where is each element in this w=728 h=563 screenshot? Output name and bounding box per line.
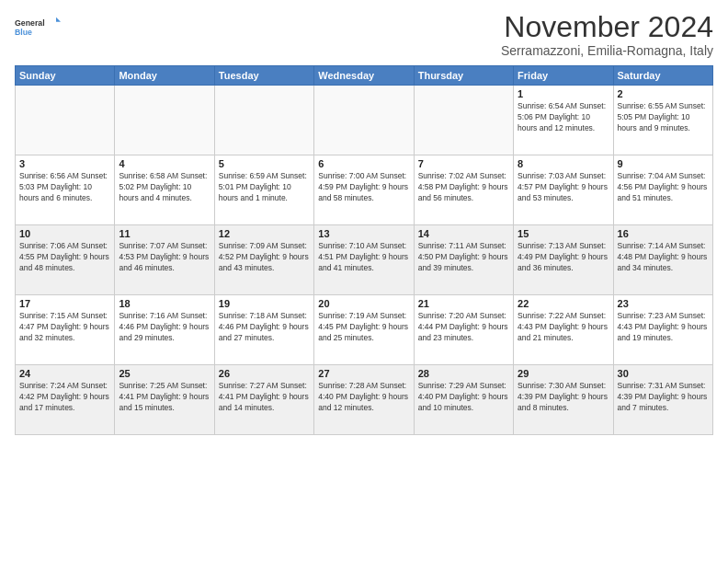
calendar-cell — [16, 86, 115, 155]
calendar-cell — [214, 86, 313, 155]
day-info: Sunrise: 7:04 AM Sunset: 4:56 PM Dayligh… — [618, 171, 709, 204]
day-info: Sunrise: 7:14 AM Sunset: 4:48 PM Dayligh… — [618, 241, 709, 274]
calendar-cell: 27Sunrise: 7:28 AM Sunset: 4:40 PM Dayli… — [314, 365, 414, 435]
day-info: Sunrise: 7:11 AM Sunset: 4:50 PM Dayligh… — [418, 241, 509, 274]
day-info: Sunrise: 7:09 AM Sunset: 4:52 PM Dayligh… — [219, 241, 310, 274]
day-number: 20 — [318, 298, 409, 309]
day-number: 12 — [219, 228, 310, 239]
day-info: Sunrise: 7:25 AM Sunset: 4:41 PM Dayligh… — [119, 381, 210, 414]
day-number: 18 — [119, 298, 210, 309]
calendar-cell: 2Sunrise: 6:55 AM Sunset: 5:05 PM Daylig… — [613, 86, 712, 155]
calendar-cell: 7Sunrise: 7:02 AM Sunset: 4:58 PM Daylig… — [414, 155, 513, 225]
day-number: 27 — [318, 368, 409, 379]
day-info: Sunrise: 7:02 AM Sunset: 4:58 PM Dayligh… — [418, 171, 509, 204]
svg-marker-2 — [56, 17, 61, 22]
day-number: 16 — [618, 228, 709, 239]
day-number: 8 — [518, 158, 609, 169]
day-header-friday: Friday — [514, 66, 613, 86]
day-info: Sunrise: 7:30 AM Sunset: 4:39 PM Dayligh… — [518, 381, 609, 414]
day-info: Sunrise: 6:55 AM Sunset: 5:05 PM Dayligh… — [618, 101, 709, 134]
day-info: Sunrise: 7:16 AM Sunset: 4:46 PM Dayligh… — [119, 311, 210, 344]
day-number: 19 — [219, 298, 310, 309]
day-number: 11 — [119, 228, 210, 239]
calendar-cell: 26Sunrise: 7:27 AM Sunset: 4:41 PM Dayli… — [214, 365, 313, 435]
calendar-cell — [314, 86, 414, 155]
day-number: 24 — [19, 368, 110, 379]
day-info: Sunrise: 7:20 AM Sunset: 4:44 PM Dayligh… — [418, 311, 509, 344]
day-number: 26 — [219, 368, 310, 379]
calendar-cell: 9Sunrise: 7:04 AM Sunset: 4:56 PM Daylig… — [613, 155, 712, 225]
calendar-cell: 3Sunrise: 6:56 AM Sunset: 5:03 PM Daylig… — [16, 155, 115, 225]
calendar-cell: 15Sunrise: 7:13 AM Sunset: 4:49 PM Dayli… — [514, 225, 613, 295]
calendar-cell: 22Sunrise: 7:22 AM Sunset: 4:43 PM Dayli… — [514, 295, 613, 365]
calendar-cell: 12Sunrise: 7:09 AM Sunset: 4:52 PM Dayli… — [214, 225, 313, 295]
day-number: 23 — [618, 298, 709, 309]
calendar-cell: 13Sunrise: 7:10 AM Sunset: 4:51 PM Dayli… — [314, 225, 414, 295]
day-number: 3 — [19, 158, 110, 169]
day-number: 13 — [318, 228, 409, 239]
calendar-cell: 16Sunrise: 7:14 AM Sunset: 4:48 PM Dayli… — [613, 225, 712, 295]
day-info: Sunrise: 7:15 AM Sunset: 4:47 PM Dayligh… — [19, 311, 110, 344]
day-info: Sunrise: 7:31 AM Sunset: 4:39 PM Dayligh… — [618, 381, 709, 414]
calendar-cell: 19Sunrise: 7:18 AM Sunset: 4:46 PM Dayli… — [214, 295, 313, 365]
day-number: 1 — [518, 88, 609, 99]
day-number: 17 — [19, 298, 110, 309]
day-number: 30 — [618, 368, 709, 379]
month-title: November 2024 — [501, 11, 713, 43]
day-number: 22 — [518, 298, 609, 309]
day-number: 29 — [518, 368, 609, 379]
day-info: Sunrise: 6:59 AM Sunset: 5:01 PM Dayligh… — [219, 171, 310, 204]
day-info: Sunrise: 7:29 AM Sunset: 4:40 PM Dayligh… — [418, 381, 509, 414]
calendar-cell: 1Sunrise: 6:54 AM Sunset: 5:06 PM Daylig… — [514, 86, 613, 155]
day-info: Sunrise: 7:23 AM Sunset: 4:43 PM Dayligh… — [618, 311, 709, 344]
day-number: 21 — [418, 298, 509, 309]
day-info: Sunrise: 6:56 AM Sunset: 5:03 PM Dayligh… — [19, 171, 110, 204]
day-info: Sunrise: 6:54 AM Sunset: 5:06 PM Dayligh… — [518, 101, 609, 134]
day-number: 15 — [518, 228, 609, 239]
calendar-cell: 30Sunrise: 7:31 AM Sunset: 4:39 PM Dayli… — [613, 365, 712, 435]
day-number: 9 — [618, 158, 709, 169]
calendar-cell: 5Sunrise: 6:59 AM Sunset: 5:01 PM Daylig… — [214, 155, 313, 225]
day-header-thursday: Thursday — [414, 66, 513, 86]
day-info: Sunrise: 7:27 AM Sunset: 4:41 PM Dayligh… — [219, 381, 310, 414]
title-block: November 2024 Serramazzoni, Emilia-Romag… — [501, 11, 713, 58]
day-number: 28 — [418, 368, 509, 379]
calendar-cell: 24Sunrise: 7:24 AM Sunset: 4:42 PM Dayli… — [16, 365, 115, 435]
calendar-cell: 25Sunrise: 7:25 AM Sunset: 4:41 PM Dayli… — [115, 365, 214, 435]
calendar-cell — [115, 86, 214, 155]
day-info: Sunrise: 7:22 AM Sunset: 4:43 PM Dayligh… — [518, 311, 609, 344]
day-info: Sunrise: 7:10 AM Sunset: 4:51 PM Dayligh… — [318, 241, 409, 274]
day-info: Sunrise: 7:13 AM Sunset: 4:49 PM Dayligh… — [518, 241, 609, 274]
day-header-tuesday: Tuesday — [214, 66, 313, 86]
calendar-cell: 8Sunrise: 7:03 AM Sunset: 4:57 PM Daylig… — [514, 155, 613, 225]
day-info: Sunrise: 7:28 AM Sunset: 4:40 PM Dayligh… — [318, 381, 409, 414]
day-number: 4 — [119, 158, 210, 169]
day-info: Sunrise: 7:06 AM Sunset: 4:55 PM Dayligh… — [19, 241, 110, 274]
day-number: 10 — [19, 228, 110, 239]
calendar-cell: 6Sunrise: 7:00 AM Sunset: 4:59 PM Daylig… — [314, 155, 414, 225]
calendar-cell: 28Sunrise: 7:29 AM Sunset: 4:40 PM Dayli… — [414, 365, 513, 435]
day-number: 2 — [618, 88, 709, 99]
calendar-cell: 11Sunrise: 7:07 AM Sunset: 4:53 PM Dayli… — [115, 225, 214, 295]
day-info: Sunrise: 7:18 AM Sunset: 4:46 PM Dayligh… — [219, 311, 310, 344]
day-number: 25 — [119, 368, 210, 379]
calendar-cell — [414, 86, 513, 155]
calendar-cell: 20Sunrise: 7:19 AM Sunset: 4:45 PM Dayli… — [314, 295, 414, 365]
day-header-saturday: Saturday — [613, 66, 712, 86]
day-number: 6 — [318, 158, 409, 169]
svg-text:General: General — [15, 18, 45, 28]
day-info: Sunrise: 7:07 AM Sunset: 4:53 PM Dayligh… — [119, 241, 210, 274]
day-header-wednesday: Wednesday — [314, 66, 414, 86]
svg-text:Blue: Blue — [15, 28, 32, 37]
day-info: Sunrise: 7:24 AM Sunset: 4:42 PM Dayligh… — [19, 381, 110, 414]
day-info: Sunrise: 7:00 AM Sunset: 4:59 PM Dayligh… — [318, 171, 409, 204]
calendar-cell: 10Sunrise: 7:06 AM Sunset: 4:55 PM Dayli… — [16, 225, 115, 295]
calendar-cell: 18Sunrise: 7:16 AM Sunset: 4:46 PM Dayli… — [115, 295, 214, 365]
day-number: 5 — [219, 158, 310, 169]
day-number: 7 — [418, 158, 509, 169]
calendar-cell: 4Sunrise: 6:58 AM Sunset: 5:02 PM Daylig… — [115, 155, 214, 225]
day-header-monday: Monday — [115, 66, 214, 86]
day-number: 14 — [418, 228, 509, 239]
day-info: Sunrise: 7:19 AM Sunset: 4:45 PM Dayligh… — [318, 311, 409, 344]
subtitle: Serramazzoni, Emilia-Romagna, Italy — [501, 43, 713, 58]
